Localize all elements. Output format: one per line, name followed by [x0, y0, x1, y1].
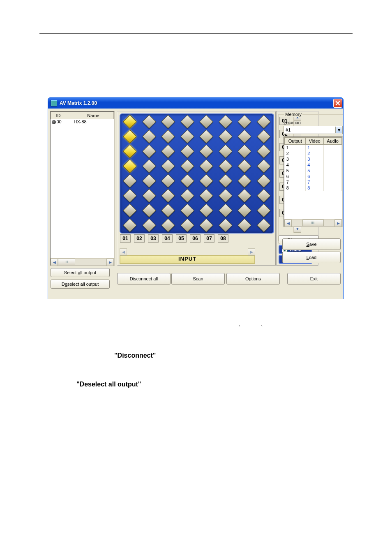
- col-id[interactable]: ID: [51, 112, 66, 119]
- crosspoint[interactable]: [180, 115, 194, 129]
- input-index[interactable]: 07: [204, 234, 214, 243]
- load-button[interactable]: Load: [282, 252, 341, 263]
- crosspoint[interactable]: [199, 174, 213, 188]
- crosspoint[interactable]: [161, 218, 175, 232]
- mem-row[interactable]: 55: [285, 168, 342, 173]
- crosspoint[interactable]: [161, 130, 175, 143]
- crosspoint[interactable]: [199, 115, 213, 129]
- list-hscroll[interactable]: ◀ ▶: [51, 258, 114, 265]
- crosspoint[interactable]: [199, 144, 213, 158]
- crosspoint[interactable]: [161, 189, 175, 203]
- crosspoint[interactable]: [123, 174, 137, 188]
- crosspoint[interactable]: [257, 130, 271, 143]
- crosspoint[interactable]: [161, 115, 175, 129]
- deselect-all-button[interactable]: Deselect all output: [51, 280, 110, 289]
- select-all-button[interactable]: Select all output: [51, 268, 110, 277]
- crosspoint[interactable]: [142, 174, 156, 188]
- crosspoint[interactable]: [123, 159, 137, 173]
- crosspoint[interactable]: [180, 189, 194, 203]
- crosspoint[interactable]: [180, 130, 194, 143]
- crosspoint[interactable]: [142, 115, 156, 129]
- crosspoint[interactable]: [238, 174, 251, 188]
- input-index[interactable]: 04: [162, 234, 173, 243]
- input-index[interactable]: 06: [190, 234, 201, 243]
- crosspoint[interactable]: [219, 218, 233, 232]
- input-index[interactable]: 02: [134, 234, 145, 243]
- crosspoint[interactable]: [238, 204, 251, 217]
- crosspoint[interactable]: [199, 218, 213, 232]
- scroll-right-icon[interactable]: ▶: [334, 220, 342, 227]
- mem-row[interactable]: 33: [285, 156, 342, 162]
- mem-row[interactable]: 22: [285, 150, 342, 156]
- crosspoint[interactable]: [238, 144, 251, 158]
- location-combo[interactable]: #1 ▼: [284, 126, 343, 134]
- mem-row[interactable]: 66: [285, 173, 342, 179]
- crosspoint[interactable]: [180, 144, 194, 158]
- crosspoint[interactable]: [161, 204, 175, 217]
- crosspoint[interactable]: [257, 115, 271, 129]
- input-index[interactable]: 03: [148, 234, 159, 243]
- crosspoint[interactable]: [219, 174, 233, 188]
- crosspoint[interactable]: [180, 159, 194, 173]
- exit-button[interactable]: Exit: [287, 273, 341, 284]
- crosspoint[interactable]: [123, 204, 137, 217]
- close-button[interactable]: [333, 99, 342, 108]
- col-blank[interactable]: [66, 112, 73, 119]
- crosspoint[interactable]: [180, 204, 194, 217]
- mem-row[interactable]: 77: [285, 179, 342, 185]
- crosspoint[interactable]: [238, 218, 251, 232]
- scroll-left-icon[interactable]: ◀: [284, 220, 292, 227]
- scroll-right-icon[interactable]: ▶: [248, 248, 255, 256]
- crosspoint[interactable]: [161, 144, 175, 158]
- mem-col[interactable]: Audio: [324, 137, 342, 144]
- crosspoint[interactable]: [199, 159, 213, 173]
- crosspoint[interactable]: [219, 204, 233, 217]
- crosspoint[interactable]: [238, 130, 251, 143]
- col-name[interactable]: Name: [73, 112, 114, 119]
- scroll-left-icon[interactable]: ◀: [51, 259, 58, 266]
- crosspoint[interactable]: [257, 174, 271, 188]
- crosspoint[interactable]: [142, 130, 156, 143]
- crosspoint[interactable]: [142, 204, 156, 217]
- save-button[interactable]: Save: [282, 238, 341, 250]
- crosspoint[interactable]: [161, 174, 175, 188]
- crosspoint[interactable]: [142, 189, 156, 203]
- crosspoint[interactable]: [180, 174, 194, 188]
- crosspoint[interactable]: [238, 189, 251, 203]
- mem-row[interactable]: 44: [285, 162, 342, 168]
- crosspoint[interactable]: [257, 204, 271, 217]
- scan-button[interactable]: Scan: [171, 273, 225, 284]
- list-row[interactable]: 00 HX-88: [51, 119, 114, 125]
- mem-row[interactable]: 88: [285, 185, 342, 191]
- mem-row[interactable]: 11: [285, 144, 342, 150]
- mem-col[interactable]: Output: [285, 137, 306, 144]
- input-index[interactable]: 01: [120, 234, 131, 243]
- crosspoint[interactable]: [199, 204, 213, 217]
- disconnect-all-button[interactable]: Disconnect all: [117, 273, 171, 284]
- crosspoint[interactable]: [219, 159, 233, 173]
- crosspoint[interactable]: [199, 130, 213, 143]
- crosspoint[interactable]: [123, 218, 137, 232]
- crosspoint[interactable]: [257, 144, 271, 158]
- crosspoint[interactable]: [257, 218, 271, 232]
- crosspoint[interactable]: [199, 189, 213, 203]
- crosspoint[interactable]: [257, 189, 271, 203]
- scroll-left-icon[interactable]: ◀: [120, 248, 127, 256]
- crosspoint[interactable]: [238, 159, 251, 173]
- crosspoint[interactable]: [161, 159, 175, 173]
- crosspoint[interactable]: [123, 144, 137, 158]
- crosspoint[interactable]: [180, 218, 194, 232]
- crosspoint[interactable]: [219, 115, 233, 129]
- crosspoint[interactable]: [219, 189, 233, 203]
- input-index[interactable]: 05: [176, 234, 187, 243]
- mem-col[interactable]: Video: [306, 137, 324, 144]
- crosspoint[interactable]: [257, 159, 271, 173]
- crosspoint[interactable]: [219, 144, 233, 158]
- crosspoint[interactable]: [123, 115, 137, 129]
- crosspoint[interactable]: [142, 159, 156, 173]
- crosspoint[interactable]: [142, 144, 156, 158]
- memory-hscroll[interactable]: ◀ ▶: [284, 219, 342, 226]
- scroll-right-icon[interactable]: ▶: [106, 259, 114, 266]
- crosspoint[interactable]: [123, 130, 137, 143]
- input-hscroll[interactable]: ◀ ▶: [120, 248, 255, 255]
